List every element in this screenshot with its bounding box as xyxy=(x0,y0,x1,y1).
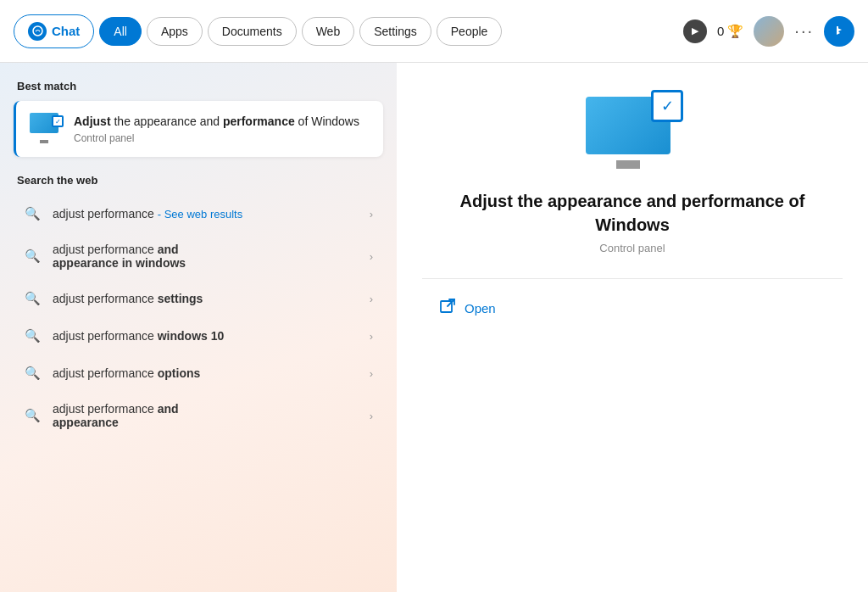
play-button[interactable]: ▶ xyxy=(683,20,707,43)
search-icon: 🔍 xyxy=(24,205,41,222)
monitor-check-icon: ✓ xyxy=(52,115,64,127)
web-result-item[interactable]: 🔍 adjust performance options › xyxy=(7,355,390,392)
main-content: Best match ✓ Adjust the appearance and p… xyxy=(0,63,868,592)
trophy-icon: 🏆 xyxy=(727,24,743,39)
chevron-right-icon: › xyxy=(370,330,373,343)
web-result-text: adjust performance options xyxy=(53,366,358,380)
bing-icon[interactable] xyxy=(824,16,854,47)
search-icon: 🔍 xyxy=(24,407,41,424)
more-button[interactable]: ··· xyxy=(794,21,814,41)
filter-apps[interactable]: Apps xyxy=(147,17,203,46)
best-match-item-title: Adjust the appearance and performance of… xyxy=(74,114,359,131)
chevron-right-icon: › xyxy=(370,250,373,263)
search-icon: 🔍 xyxy=(24,327,41,344)
web-result-item[interactable]: 🔍 adjust performance andappearance in wi… xyxy=(7,232,390,280)
web-result-text: adjust performance andappearance in wind… xyxy=(53,243,358,270)
web-result-text: adjust performance - See web results xyxy=(53,207,358,221)
chevron-right-icon: › xyxy=(370,208,373,221)
chat-label: Chat xyxy=(52,24,80,38)
web-result-text: adjust performance andappearance xyxy=(53,402,358,429)
web-result-item[interactable]: 🔍 adjust performance andappearance › xyxy=(7,392,390,439)
user-avatar[interactable] xyxy=(754,16,784,47)
best-match-text: Adjust the appearance and performance of… xyxy=(74,114,359,144)
search-icon: 🔍 xyxy=(24,365,41,382)
filter-settings[interactable]: Settings xyxy=(359,17,431,46)
web-result-item[interactable]: 🔍 adjust performance - See web results › xyxy=(7,195,390,232)
right-title: Adjust the appearance and performance of… xyxy=(460,189,805,237)
best-match-item[interactable]: ✓ Adjust the appearance and performance … xyxy=(14,101,383,157)
open-label: Open xyxy=(465,301,496,316)
large-monitor-icon: ✓ xyxy=(586,97,679,169)
best-match-title: Best match xyxy=(0,80,397,101)
chat-icon xyxy=(28,22,47,41)
filter-web[interactable]: Web xyxy=(302,17,355,46)
right-subtitle: Control panel xyxy=(599,242,665,254)
score-value: 0 xyxy=(717,24,724,38)
filter-all[interactable]: All xyxy=(99,17,142,46)
right-title-line2: Windows xyxy=(595,215,670,234)
best-match-icon: ✓ xyxy=(30,113,62,145)
chat-button[interactable]: Chat xyxy=(14,14,94,48)
chevron-right-icon: › xyxy=(370,293,373,305)
chevron-right-icon: › xyxy=(370,410,373,422)
web-result-text: adjust performance windows 10 xyxy=(53,329,358,343)
right-title-text: Adjust the appearance and performance of… xyxy=(460,192,805,234)
open-icon xyxy=(439,298,456,319)
web-section-title: Search the web xyxy=(0,174,397,195)
filter-people[interactable]: People xyxy=(437,17,503,46)
search-icon: 🔍 xyxy=(24,290,41,307)
web-result-item[interactable]: 🔍 adjust performance settings › xyxy=(7,280,390,317)
monitor-icon: ✓ xyxy=(30,113,62,145)
search-icon: 🔍 xyxy=(24,248,41,265)
right-divider xyxy=(422,278,843,279)
svg-point-0 xyxy=(33,26,42,36)
lm-check-icon: ✓ xyxy=(651,90,683,122)
top-bar: Chat All Apps Documents Web Settings Peo… xyxy=(0,0,868,63)
monitor-stand xyxy=(40,140,48,143)
chevron-right-icon: › xyxy=(370,367,373,380)
right-panel: ✓ Adjust the appearance and performance … xyxy=(397,63,868,592)
web-result-text: adjust performance settings xyxy=(53,292,358,305)
left-panel: Best match ✓ Adjust the appearance and p… xyxy=(0,63,397,592)
top-bar-actions: ▶ 0 🏆 ··· xyxy=(683,16,854,47)
web-result-item[interactable]: 🔍 adjust performance windows 10 › xyxy=(7,317,390,355)
open-button[interactable]: Open xyxy=(439,298,496,319)
right-icon-wrap: ✓ xyxy=(586,97,679,169)
lm-stand xyxy=(616,160,640,169)
filter-documents[interactable]: Documents xyxy=(208,17,297,46)
score-display: 0 🏆 xyxy=(717,24,743,39)
best-match-item-subtitle: Control panel xyxy=(74,132,359,144)
